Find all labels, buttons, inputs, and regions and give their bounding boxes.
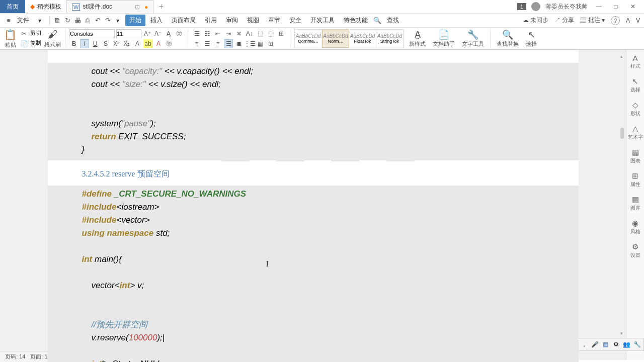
highlight-button[interactable]: ab <box>143 39 152 48</box>
style-normal[interactable]: AaBbCcDdNorm… <box>322 30 349 48</box>
tab-insert[interactable]: 插入 <box>146 15 167 26</box>
toolbar-dropdown[interactable]: ▾ <box>113 16 122 25</box>
shrink-font[interactable]: A⁻ <box>153 29 163 38</box>
rs-settings[interactable]: ⚙设置 <box>630 242 640 259</box>
sync-status[interactable]: ☁ 未同步 <box>523 16 548 25</box>
font-color[interactable]: A <box>154 39 163 48</box>
underline-button[interactable]: U <box>91 39 100 48</box>
tab-pagelayout[interactable]: 页面布局 <box>168 15 200 26</box>
avatar[interactable] <box>531 2 540 11</box>
hamburger-icon[interactable]: ≡ <box>4 17 13 24</box>
document-page[interactable]: ⊡ ▸ ▨ ▨ ▦ ▦ cout << "capacity:" << v.cap… <box>48 50 579 360</box>
subscript-button[interactable]: X₂ <box>122 39 131 48</box>
style-comme[interactable]: AaBbCcDdComme… <box>295 30 322 48</box>
rs-style[interactable]: ◉风格 <box>630 219 640 235</box>
tab-section[interactable]: 章节 <box>264 15 284 26</box>
rs-chart[interactable]: ▤图表 <box>630 148 640 164</box>
ime-wrench-icon[interactable]: 🔧 <box>632 340 641 349</box>
align-left[interactable]: ≡ <box>192 39 201 48</box>
collapse-up-icon[interactable]: ᐱ <box>626 17 630 24</box>
strike-button[interactable]: S <box>101 39 110 48</box>
tab-add[interactable]: + <box>153 0 169 13</box>
refresh-icon[interactable]: ↻ <box>63 17 72 24</box>
docasst-button[interactable]: 📄文档助手 <box>431 29 457 48</box>
align-center[interactable]: ☰ <box>203 39 212 48</box>
tab-review[interactable]: 审阅 <box>222 15 242 26</box>
tab-start[interactable]: 开始 <box>125 15 145 26</box>
ime-kb-icon[interactable]: ▦ <box>601 340 610 349</box>
ime-people-icon[interactable]: 👥 <box>622 340 631 349</box>
share-button[interactable]: ↗ 分享 <box>554 16 574 25</box>
search-label[interactable]: 查找 <box>383 15 403 26</box>
rs-select[interactable]: ↖选择 <box>630 77 640 94</box>
menu-file[interactable]: 文件 <box>14 15 32 26</box>
select-button[interactable]: ↖选择 <box>524 29 539 48</box>
copy-button[interactable]: 📄 <box>20 39 29 48</box>
scrollbar-handle[interactable] <box>620 128 624 139</box>
ime-mic-icon[interactable]: 🎤 <box>590 340 599 349</box>
tab-reference[interactable]: 引用 <box>201 15 221 26</box>
rs-wordart[interactable]: △艺术字 <box>628 124 643 141</box>
tab-document[interactable]: W stl课件.doc ⊡ ● <box>66 0 153 13</box>
tab-dev[interactable]: 开发工具 <box>306 15 339 26</box>
redo-icon[interactable]: ↷ <box>103 17 112 24</box>
shading-button[interactable]: ▦ <box>256 39 265 48</box>
font-size-select[interactable] <box>116 29 141 38</box>
help-icon[interactable]: ? <box>611 16 620 25</box>
tab-view[interactable]: 视图 <box>243 15 263 26</box>
min-button[interactable]: — <box>593 1 605 13</box>
scroll-up[interactable]: ▴ <box>619 54 624 59</box>
char-border[interactable]: ㊕ <box>165 39 174 48</box>
findrepl-button[interactable]: 🔍查找替换 <box>495 29 521 48</box>
tab-security[interactable]: 安全 <box>285 15 305 26</box>
rs-shape[interactable]: ◇形状 <box>630 101 640 117</box>
indent-l[interactable]: ⬚ <box>256 29 265 38</box>
dec-indent[interactable]: ⇤ <box>213 29 222 38</box>
search-icon[interactable]: 🔍 <box>373 17 382 24</box>
line-spacing[interactable]: A↕ <box>245 29 254 38</box>
text-effects[interactable]: A <box>133 39 142 48</box>
align-right[interactable]: ≡ <box>213 39 222 48</box>
style-gallery[interactable]: AaBbCcDdComme… AaBbCcDdNorm… AaBbCcDdFlo… <box>294 29 404 48</box>
notif-badge[interactable]: 1 <box>517 3 526 10</box>
print-icon[interactable]: 🖶 <box>73 17 82 24</box>
document-content[interactable]: ▨ ▨ ▦ ▦ cout << "capacity:" << v.capacit… <box>48 50 579 362</box>
superscript-button[interactable]: X² <box>112 39 121 48</box>
undo-icon[interactable]: ↶ <box>93 17 102 24</box>
tab-special[interactable]: 特色功能 <box>340 15 372 26</box>
align-justify[interactable]: ☰ <box>224 39 233 48</box>
collapse-down-icon[interactable]: ᐯ <box>636 17 640 24</box>
format-brush[interactable]: 🖌格式刷 <box>44 29 61 48</box>
italic-button[interactable]: I <box>80 39 89 48</box>
menu-file-dropdown[interactable]: ▾ <box>35 16 44 25</box>
style-float[interactable]: AaBbCcDdFloatTok <box>349 30 376 48</box>
rs-gallery[interactable]: ▦图库 <box>630 195 640 212</box>
ime-gear-icon[interactable]: ⚙ <box>611 340 620 349</box>
align-dist[interactable]: ≣ <box>234 39 244 48</box>
cut-button[interactable]: ✂ <box>20 29 29 38</box>
inc-indent[interactable]: ⇥ <box>224 29 233 38</box>
texttool-button[interactable]: 🔧文字工具 <box>460 29 486 48</box>
font-name-select[interactable] <box>69 29 115 38</box>
ime-punct[interactable]: ， <box>580 340 589 349</box>
preview-icon[interactable]: ⎙ <box>83 17 92 24</box>
grow-font[interactable]: A⁺ <box>143 29 152 38</box>
indent-r[interactable]: ⬚ <box>266 29 275 38</box>
newstyle-button[interactable]: A̤新样式 <box>407 29 428 48</box>
save-icon[interactable]: 🗎 <box>53 17 62 24</box>
tab-docer[interactable]: ◆稻壳模板 <box>25 0 66 13</box>
rs-prop[interactable]: ⊞属性 <box>630 171 640 188</box>
outline-button[interactable]: ⋮☰ <box>245 39 254 48</box>
tab-home[interactable]: 首页 <box>0 0 25 13</box>
borders-button[interactable]: ⊞ <box>266 39 275 48</box>
close-button[interactable]: ✕ <box>627 1 639 13</box>
style-string[interactable]: AaBbCcDdStringTok <box>376 30 404 48</box>
font-scale[interactable]: ✕ <box>234 29 244 38</box>
bullets-button[interactable]: ☰ <box>192 29 201 38</box>
max-button[interactable]: □ <box>610 1 622 13</box>
paste-button[interactable]: 📋粘贴 <box>4 29 17 49</box>
clear-format[interactable]: Ą <box>164 29 173 38</box>
change-case[interactable]: ㉆ <box>175 29 184 38</box>
rs-styles[interactable]: A样式 <box>630 54 640 70</box>
bold-button[interactable]: B <box>69 39 78 48</box>
